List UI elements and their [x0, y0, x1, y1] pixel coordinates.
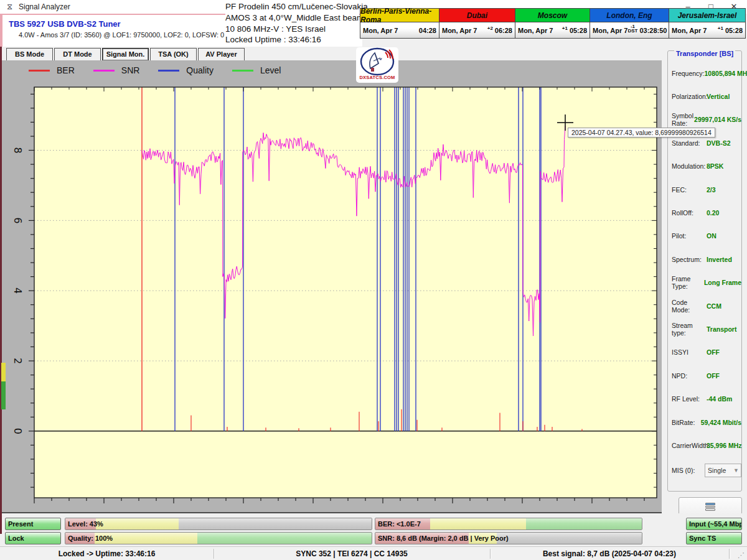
- svg-text:2: 2: [12, 358, 24, 364]
- transponder-row-value: 10805,894 MHz: [705, 70, 747, 77]
- tab-av-player[interactable]: AV Player: [198, 48, 245, 61]
- mis-dropdown[interactable]: Single ▼: [705, 464, 741, 477]
- transponder-row-label: Frame Type:: [672, 275, 704, 290]
- clock-date: Mon, Apr 7: [518, 27, 553, 34]
- clock-date: Mon, Apr 7: [442, 27, 477, 34]
- transponder-row-label: FEC:: [672, 186, 707, 194]
- transponder-row-label: ISSYI: [672, 348, 707, 356]
- mis-label: MIS (0):: [672, 467, 703, 474]
- transponder-row-value: 2/3: [707, 186, 716, 194]
- transponder-row-label: Standard:: [672, 139, 707, 147]
- svg-text:8: 8: [12, 147, 24, 153]
- transponder-row: Code Mode:CCM: [672, 294, 741, 317]
- status-indicator: Sync TS: [686, 532, 742, 544]
- tab-dt-mode[interactable]: DT Mode: [54, 48, 101, 61]
- world-clocks: Berlin-Paris-Vienna-RomaMon, Apr 704:28D…: [360, 8, 746, 39]
- transponder-row-value: Inverted: [707, 256, 732, 263]
- clock-time: 04:28: [419, 27, 436, 34]
- clock-column: Berlin-Paris-Vienna-RomaMon, Apr 704:28: [360, 9, 439, 38]
- transponder-row: RollOff:0.20: [672, 201, 741, 224]
- transponder-row-value: Vertical: [707, 93, 730, 100]
- svg-text:0: 0: [12, 428, 24, 434]
- tab-bs-mode[interactable]: BS Mode: [6, 48, 53, 61]
- meter-row: PresentLevel: 43%BER: <1.0E-7Input (~55,…: [0, 518, 747, 530]
- transponder-row-value: Transport: [707, 325, 736, 333]
- mis-row: MIS (0): Single ▼: [672, 464, 741, 477]
- transponder-row: CarrierWidth:35,996 MHz: [672, 434, 741, 457]
- status-separator: [729, 549, 730, 559]
- status-indicator: Input (~55,4 Mbps): [686, 518, 742, 530]
- transponder-title: Transponder [BS]: [674, 50, 735, 57]
- transponder-rows: Frequency:10805,894 MHzPolarization:Vert…: [672, 62, 741, 457]
- satellite-dish-logo-graphic: [358, 47, 397, 76]
- window-title: Signal Analyzer: [19, 2, 70, 11]
- status-lock-uptime: Locked -> Uptime: 33:46:16: [0, 547, 214, 560]
- transponder-row-value: OFF: [707, 372, 720, 380]
- transponder-row-label: CarrierWidth:: [672, 442, 707, 449]
- background-sliver-yellow: [1, 363, 6, 381]
- transponder-row-label: Frequency:: [672, 70, 705, 77]
- clock-utc-offset: +2: [487, 26, 495, 30]
- clock-city: Dubai: [439, 9, 515, 22]
- clock-time-cell: Mon, Apr 7+105:28: [515, 22, 590, 38]
- meter-bar-ber: BER: <1.0E-7: [375, 518, 642, 530]
- transponder-row-label: RollOff:: [672, 209, 707, 217]
- background-window-edge: [0, 47, 2, 534]
- transponder-row: NPD:OFF: [672, 364, 741, 387]
- meter-label: Quality: 100%: [68, 533, 113, 544]
- resize-grip[interactable]: ⋰: [738, 552, 745, 559]
- transponder-row-value: 0.20: [707, 209, 719, 217]
- transponder-row-value: 59,424 Mbit/s: [701, 419, 741, 426]
- status-bar: Locked -> Uptime: 33:46:16 SYNC 352 | TE…: [0, 546, 747, 560]
- clock-column: London, EngMon, Apr 7-1DST03:28:50: [590, 9, 669, 38]
- meter-strip: PresentLevel: 43%BER: <1.0E-7Input (~55,…: [0, 513, 747, 546]
- app-icon: ⧖: [5, 2, 14, 11]
- tuner-title: TBS 5927 USB DVB-S2 Tuner: [9, 19, 121, 29]
- transponder-row-label: NPD:: [672, 372, 707, 380]
- transponder-row-value: ON: [707, 232, 716, 240]
- status-best-signal: Best signal: 8,7 dB (2025-04-07 04:23): [490, 547, 729, 560]
- transponder-row-label: Pilot:: [672, 232, 707, 240]
- clock-time: 05:28: [570, 27, 587, 34]
- tab-signal-mon-[interactable]: Signal Mon.: [102, 48, 149, 61]
- logo-text: DXSATCS.COM: [359, 75, 395, 80]
- tab-tsa-ok-[interactable]: TSA (OK): [150, 48, 197, 61]
- clock-city: Moscow: [515, 9, 590, 22]
- meter-gloss: [65, 518, 372, 530]
- meter-bar-quality: Quality: 100%: [65, 532, 372, 544]
- transponder-row-value: DVB-S2: [707, 139, 731, 147]
- site-line-uptime: Locked Uptime : 33:46:16: [225, 34, 359, 45]
- site-info: PF Prodelin 450 cm/Lučenec-Slovakia AMOS…: [225, 1, 359, 45]
- transponder-row: Pilot:ON: [672, 225, 741, 248]
- database-icon: [705, 503, 715, 511]
- meter-label: Level: 43%: [68, 518, 103, 530]
- transponder-row: RF Level:-44 dBm: [672, 387, 741, 410]
- clock-utc-offset: +1: [562, 26, 570, 30]
- clock-time: 03:28:50: [639, 27, 667, 34]
- transponder-row-label: RF Level:: [672, 395, 707, 403]
- clock-city: Berlin-Paris-Vienna-Roma: [360, 9, 439, 22]
- chevron-down-icon: ▼: [733, 467, 741, 474]
- background-sliver-green: [1, 381, 6, 409]
- signal-history-chart[interactable]: 02468: [0, 60, 662, 507]
- clock-date: Mon, Apr 7: [672, 27, 707, 34]
- transponder-row-label: Modulation:: [672, 162, 707, 170]
- meter-label: BER: <1.0E-7: [378, 518, 421, 530]
- clock-date: Mon, Apr 7: [593, 27, 627, 34]
- transponder-row-value: CCM: [707, 302, 721, 310]
- tab-strip: BS ModeDT ModeSignal Mon.TSA (OK)AV Play…: [0, 47, 663, 60]
- transponder-row: Spectrum:Inverted: [672, 248, 741, 271]
- clock-column: DubaiMon, Apr 7+206:28: [439, 9, 515, 38]
- mis-selected-value: Single: [708, 467, 726, 474]
- transponder-panel: Transponder [BS] Frequency:10805,894 MHz…: [663, 47, 747, 516]
- status-sync-counters: SYNC 352 | TEI 6274 | CC 14935: [214, 547, 490, 560]
- meter-bar-level: Level: 43%: [65, 518, 372, 530]
- transponder-row: Frequency:10805,894 MHz: [672, 62, 741, 85]
- clock-column: MoscowMon, Apr 7+105:28: [515, 9, 590, 38]
- meter-row: LockQuality: 100%SNR: 8,6 dB (Margin: 2,…: [0, 532, 747, 544]
- transponder-row: Polarization:Vertical: [672, 85, 741, 108]
- clock-city: Jerusalem-Israel: [669, 9, 745, 22]
- transponder-row-value: 8PSK: [707, 162, 723, 170]
- transponder-row-label: BitRate:: [672, 419, 701, 426]
- transponder-groupbox: Transponder [BS] Frequency:10805,894 MHz…: [667, 50, 742, 492]
